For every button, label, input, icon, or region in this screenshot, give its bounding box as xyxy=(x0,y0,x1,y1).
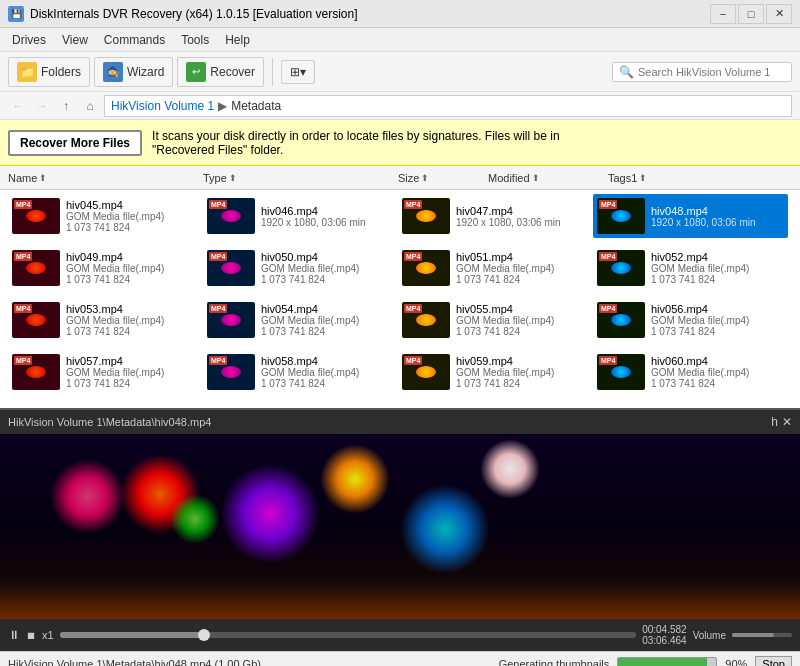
folders-button[interactable]: 📁 Folders xyxy=(8,57,90,87)
file-item-hiv049.mp4[interactable]: MP4hiv049.mp4GOM Media file(.mp4)1 073 7… xyxy=(8,246,203,290)
file-meta1: GOM Media file(.mp4) xyxy=(66,211,199,222)
volume-bar[interactable] xyxy=(732,633,792,637)
breadcrumb-current: Metadata xyxy=(231,99,281,113)
file-item-hiv056.mp4[interactable]: MP4hiv056.mp4GOM Media file(.mp4)1 073 7… xyxy=(593,298,788,342)
forward-button[interactable]: → xyxy=(32,96,52,116)
progress-bar[interactable] xyxy=(60,632,637,638)
speed-indicator[interactable]: x1 xyxy=(42,629,54,641)
up-button[interactable]: ↑ xyxy=(56,96,76,116)
file-thumb: MP4 xyxy=(207,250,255,286)
file-item-hiv052.mp4[interactable]: MP4hiv052.mp4GOM Media file(.mp4)1 073 7… xyxy=(593,246,788,290)
col-header-type[interactable]: Type ⬆ xyxy=(203,172,398,184)
file-meta1: 1920 x 1080, 03:06 min xyxy=(261,217,394,228)
video-controls: ⏸ ⏹ x1 00:04.582 03:06.464 Volume xyxy=(0,619,800,651)
preview-panel: HikVision Volume 1\Metadata\hiv048.mp4 h… xyxy=(0,408,800,651)
file-meta1: GOM Media file(.mp4) xyxy=(456,315,589,326)
col-header-size[interactable]: Size ⬆ xyxy=(398,172,488,184)
file-meta2: 1 073 741 824 xyxy=(261,326,394,337)
file-item-hiv053.mp4[interactable]: MP4hiv053.mp4GOM Media file(.mp4)1 073 7… xyxy=(8,298,203,342)
recover-more-files-button[interactable]: Recover More Files xyxy=(8,130,142,156)
file-meta2: 1 073 741 824 xyxy=(651,326,784,337)
banner-text: It scans your disk directly in order to … xyxy=(152,129,560,157)
status-generating-label: Generating thumbnails xyxy=(499,658,610,667)
view-options-button[interactable]: ⊞▾ xyxy=(281,60,315,84)
maximize-button[interactable]: □ xyxy=(738,4,764,24)
recover-button[interactable]: ↩ Recover xyxy=(177,57,264,87)
menu-tools[interactable]: Tools xyxy=(173,31,217,49)
file-item-hiv047.mp4[interactable]: MP4hiv047.mp41920 x 1080, 03:06 min xyxy=(398,194,593,238)
progress-fill xyxy=(60,632,204,638)
file-item-hiv058.mp4[interactable]: MP4hiv058.mp4GOM Media file(.mp4)1 073 7… xyxy=(203,350,398,394)
col-header-name[interactable]: Name ⬆ xyxy=(8,172,203,184)
file-item-hiv050.mp4[interactable]: MP4hiv050.mp4GOM Media file(.mp4)1 073 7… xyxy=(203,246,398,290)
back-button[interactable]: ← xyxy=(8,96,28,116)
file-item-hiv048.mp4[interactable]: MP4hiv048.mp41920 x 1080, 03:06 min xyxy=(593,194,788,238)
file-thumb: MP4 xyxy=(597,198,645,234)
file-item-hiv054.mp4[interactable]: MP4hiv054.mp4GOM Media file(.mp4)1 073 7… xyxy=(203,298,398,342)
file-grid-row-4: MP4hiv057.mp4GOM Media file(.mp4)1 073 7… xyxy=(0,346,800,398)
stop-button[interactable]: ⏹ xyxy=(26,630,36,641)
addressbar: ← → ↑ ⌂ HikVision Volume 1 ▶ Metadata xyxy=(0,92,800,120)
file-meta2: 1 073 741 824 xyxy=(651,274,784,285)
menu-drives[interactable]: Drives xyxy=(4,31,54,49)
file-item-hiv055.mp4[interactable]: MP4hiv055.mp4GOM Media file(.mp4)1 073 7… xyxy=(398,298,593,342)
minimize-button[interactable]: − xyxy=(710,4,736,24)
file-meta1: GOM Media file(.mp4) xyxy=(66,367,199,378)
file-item-hiv051.mp4[interactable]: MP4hiv051.mp4GOM Media file(.mp4)1 073 7… xyxy=(398,246,593,290)
breadcrumb-root[interactable]: HikVision Volume 1 xyxy=(111,99,214,113)
file-item-hiv059.mp4[interactable]: MP4hiv059.mp4GOM Media file(.mp4)1 073 7… xyxy=(398,350,593,394)
firework-7 xyxy=(480,439,540,499)
file-meta2: 1 073 741 824 xyxy=(66,326,199,337)
file-meta2: 1 073 741 824 xyxy=(66,378,199,389)
close-button[interactable]: ✕ xyxy=(766,4,792,24)
status-progress-bar xyxy=(617,657,717,667)
file-item-hiv045.mp4[interactable]: MP4hiv045.mp4GOM Media file(.mp4)1 073 7… xyxy=(8,194,203,238)
file-meta1: GOM Media file(.mp4) xyxy=(651,367,784,378)
menu-help[interactable]: Help xyxy=(217,31,258,49)
search-box[interactable]: 🔍 xyxy=(612,62,792,82)
file-thumb: MP4 xyxy=(12,198,60,234)
menu-view[interactable]: View xyxy=(54,31,96,49)
size-sort-icon: ⬆ xyxy=(421,173,429,183)
pause-button[interactable]: ⏸ xyxy=(8,628,20,642)
file-meta2: 1 073 741 824 xyxy=(261,378,394,389)
preview-hint-button[interactable]: h xyxy=(771,415,778,429)
col-header-tags[interactable]: Tags1 ⬆ xyxy=(608,172,776,184)
preview-close-button[interactable]: ✕ xyxy=(782,415,792,429)
file-meta1: 1920 x 1080, 03:06 min xyxy=(456,217,589,228)
file-item-hiv057.mp4[interactable]: MP4hiv057.mp4GOM Media file(.mp4)1 073 7… xyxy=(8,350,203,394)
recover-banner: Recover More Files It scans your disk di… xyxy=(0,120,800,166)
file-grid-row-3: MP4hiv053.mp4GOM Media file(.mp4)1 073 7… xyxy=(0,294,800,346)
statusbar: HikVision Volume 1\Metadata\hiv048.mp4 (… xyxy=(0,651,800,666)
column-headers: Name ⬆ Type ⬆ Size ⬆ Modified ⬆ Tags1 ⬆ xyxy=(0,166,800,190)
file-name: hiv060.mp4 xyxy=(651,355,784,367)
file-thumb: MP4 xyxy=(597,302,645,338)
file-grid-row-2: MP4hiv049.mp4GOM Media file(.mp4)1 073 7… xyxy=(0,242,800,294)
menu-commands[interactable]: Commands xyxy=(96,31,173,49)
file-thumb: MP4 xyxy=(597,250,645,286)
recover-icon: ↩ xyxy=(186,62,206,82)
col-header-modified[interactable]: Modified ⬆ xyxy=(488,172,608,184)
file-item-hiv046.mp4[interactable]: MP4hiv046.mp41920 x 1080, 03:06 min xyxy=(203,194,398,238)
file-name: hiv048.mp4 xyxy=(651,205,784,217)
file-meta1: GOM Media file(.mp4) xyxy=(261,367,394,378)
menubar: Drives View Commands Tools Help xyxy=(0,28,800,52)
file-item-hiv060.mp4[interactable]: MP4hiv060.mp4GOM Media file(.mp4)1 073 7… xyxy=(593,350,788,394)
file-name: hiv053.mp4 xyxy=(66,303,199,315)
breadcrumb: HikVision Volume 1 ▶ Metadata xyxy=(104,95,792,117)
file-grid: MP4hiv045.mp4GOM Media file(.mp4)1 073 7… xyxy=(0,190,800,408)
firework-1 xyxy=(50,459,125,534)
file-grid-row-1: MP4hiv045.mp4GOM Media file(.mp4)1 073 7… xyxy=(0,190,800,242)
toolbar-separator xyxy=(272,58,273,86)
status-path: HikVision Volume 1\Metadata\hiv048.mp4 (… xyxy=(8,658,491,667)
file-meta2: 1 073 741 824 xyxy=(66,222,199,233)
file-meta2: 1 073 741 824 xyxy=(456,274,589,285)
wizard-button[interactable]: 🧙 Wizard xyxy=(94,57,173,87)
search-input[interactable] xyxy=(638,66,785,78)
file-meta1: 1920 x 1080, 03:06 min xyxy=(651,217,784,228)
titlebar: 💾 DiskInternals DVR Recovery (x64) 1.0.1… xyxy=(0,0,800,28)
file-name: hiv057.mp4 xyxy=(66,355,199,367)
history-button[interactable]: ⌂ xyxy=(80,96,100,116)
stop-button[interactable]: Stop xyxy=(755,656,792,667)
file-meta1: GOM Media file(.mp4) xyxy=(651,315,784,326)
